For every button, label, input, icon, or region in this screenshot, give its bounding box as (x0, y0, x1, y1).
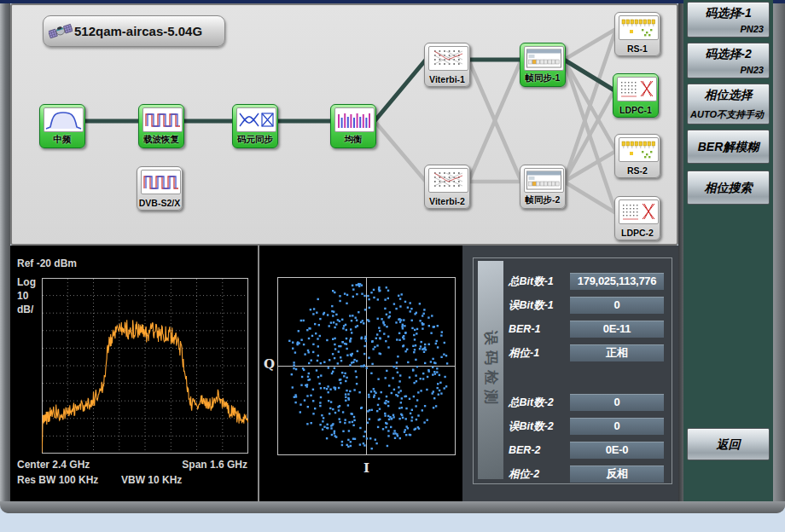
flow-node-rs1[interactable]: RS-1 (614, 12, 660, 56)
ber-row-value: 0E-11 (570, 321, 664, 338)
ber-side-label: 误码检测 (481, 331, 501, 409)
ber-row-label: 误Bit数-2 (509, 418, 570, 435)
sidebar: 码选择-1PN23码选择-2PN23相位选择AUTO不支持手动BER解模糊相位搜… (683, 0, 773, 501)
back-button-label: 返回 (688, 429, 769, 460)
flow-node-label: Viterbi-2 (422, 196, 473, 206)
window-frame-left (0, 3, 10, 513)
code-select-2-button-label: 码选择-2 (688, 47, 769, 62)
ber-row-label: 总Bit数-2 (509, 394, 570, 411)
flow-node-label: 均衡 (328, 134, 379, 146)
constellation-plot (277, 277, 456, 455)
squarewave-icon (142, 107, 183, 132)
flow-edge-eq-v1 (375, 60, 426, 121)
back-button[interactable]: 返回 (687, 428, 770, 460)
window-frame-bottom (0, 501, 785, 513)
spectrum-icon (44, 107, 84, 132)
phase-search-button[interactable]: 相位搜索 (687, 171, 770, 205)
i-axis-label: I (277, 460, 456, 476)
flow-node-label: Viterbi-1 (422, 74, 473, 84)
code-select-2-button-value: PN23 (740, 65, 764, 75)
ber-row-label: BER-2 (509, 442, 570, 459)
flow-edge-eq-v2 (375, 121, 426, 182)
ber-row-value: 179,025,113,776 (570, 273, 664, 290)
code-select-1-button-label: 码选择-1 (688, 6, 769, 21)
rs-icon (619, 15, 659, 40)
ber-side-strip: 误码检测 (478, 261, 503, 479)
phase-select-button[interactable]: 相位选择AUTO不支持手动 (687, 84, 770, 124)
code-select-1-button[interactable]: 码选择-1PN23 (687, 2, 770, 38)
flow-node-ldpc2[interactable]: LDPC-2 (614, 196, 660, 240)
flow-node-label: RS-1 (612, 43, 663, 54)
flow-node-ldpc1[interactable]: LDPC-1 (613, 73, 659, 118)
spectrum-center-label: Center 2.4 GHz (17, 459, 90, 471)
spectrum-ref-label: Ref -20 dBm (17, 257, 77, 269)
ber-row-label: 总Bit数-1 (509, 273, 570, 290)
q-axis-label: Q (264, 356, 275, 372)
spectrum-vbw-label: VBW 10 KHz (121, 474, 182, 486)
trellis-icon (428, 168, 468, 193)
flow-node-fs1[interactable]: 帧同步-1 (520, 43, 566, 87)
spectrum-rbw-label: Res BW 100 KHz (17, 474, 98, 486)
code-select-2-button[interactable]: 码选择-2PN23 (687, 43, 770, 78)
frame-icon (524, 168, 564, 193)
phase-select-button-label: 相位选择 (688, 88, 769, 103)
phase-search-button-label: 相位搜索 (688, 171, 769, 204)
flow-node-v1[interactable]: Viterbi-1 (424, 43, 470, 87)
flow-node-label: 帧同步-2 (517, 194, 568, 206)
ber-row-label: BER-1 (509, 321, 570, 338)
ber-row-label: 相位-1 (509, 344, 570, 361)
flow-node-label: 载波恢复 (136, 134, 187, 146)
ber-row-value: 0 (570, 297, 664, 314)
flow-diagram-panel: 512qam-aircas-5.04G 中频载波恢复码元同步均衡DVB-S2/X… (10, 3, 678, 246)
ber-row-value: 0 (570, 418, 664, 435)
code-select-1-button-value: PN23 (740, 24, 764, 34)
flow-node-label: 中频 (37, 134, 88, 146)
flow-node-label: DVB-S2/X (134, 198, 185, 208)
ber-row-value: 0E-0 (570, 442, 664, 459)
rs-icon (619, 137, 659, 162)
ber-deambiguity-button-label: BER解模糊 (688, 130, 769, 163)
flow-node-dvb[interactable]: DVB-S2/X (137, 166, 183, 211)
squarewave-icon (141, 170, 181, 194)
spectrum-db-label: dB/ (17, 304, 33, 315)
spectrum-log-label: Log (17, 276, 36, 288)
ber-row-label: 相位-2 (509, 466, 570, 483)
ber-row-value: 正相 (570, 344, 664, 361)
flow-node-if[interactable]: 中频 (39, 104, 85, 148)
flow-node-fs2[interactable]: 帧同步-2 (520, 165, 566, 209)
flow-node-label: 码元同步 (230, 134, 281, 146)
eye-icon (236, 107, 276, 132)
ber-row-label: 误Bit数-1 (509, 297, 570, 314)
spectrum-span-label: Span 1.6 GHz (138, 459, 247, 471)
ber-row-value: 0 (570, 394, 664, 411)
spectrum-scale-label: 10 (17, 290, 28, 302)
spectrum-plot (42, 278, 248, 454)
flow-node-label: LDPC-1 (610, 105, 661, 115)
constellation-panel: Q I (258, 246, 462, 501)
frame-icon (524, 46, 564, 71)
flow-node-label: 帧同步-1 (517, 72, 568, 84)
flow-node-v2[interactable]: Viterbi-2 (424, 165, 470, 209)
flow-node-eq[interactable]: 均衡 (330, 104, 376, 148)
flow-node-ss[interactable]: 码元同步 (232, 104, 278, 148)
ldpc-icon (617, 77, 657, 101)
flow-node-cr[interactable]: 载波恢复 (138, 104, 184, 148)
ber-row-value: 反相 (570, 466, 664, 483)
bars-icon (334, 107, 375, 132)
ldpc-icon (619, 200, 659, 224)
window-frame-right (773, 3, 785, 513)
flow-node-label: LDPC-2 (612, 228, 663, 238)
ber-panel: 误码检测 总Bit数-1179,025,113,776误Bit数-10BER-1… (462, 246, 678, 501)
flow-node-label: RS-2 (612, 165, 663, 176)
spectrum-panel: Ref -20 dBm Log 10 dB/ Center 2.4 GHz Sp… (10, 246, 258, 501)
phase-select-button-value: AUTO不支持手动 (690, 108, 764, 121)
flow-node-rs2[interactable]: RS-2 (614, 134, 660, 178)
ber-deambiguity-button[interactable]: BER解模糊 (687, 130, 770, 164)
trellis-icon (428, 46, 468, 71)
